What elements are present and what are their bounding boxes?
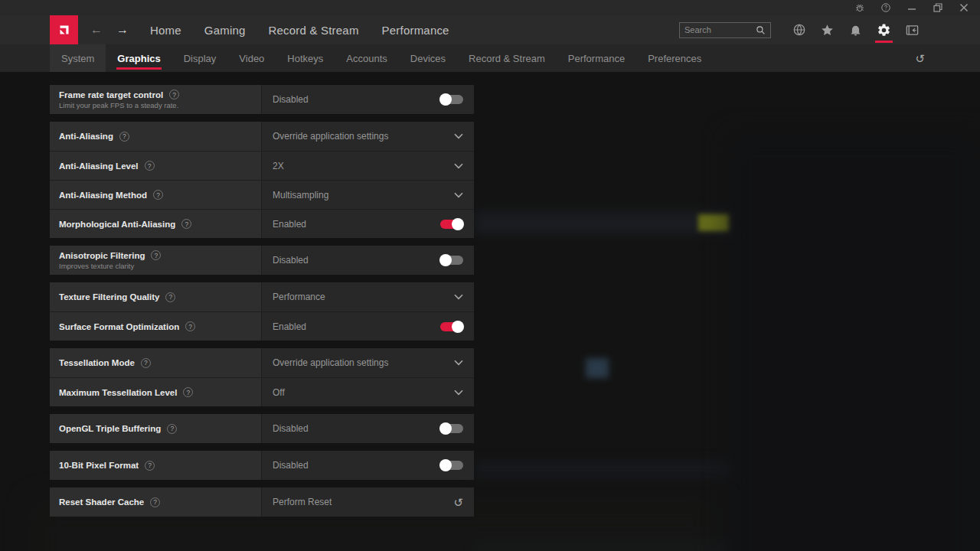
help-icon[interactable] (876, 1, 896, 15)
help-icon[interactable]: ? (169, 90, 179, 99)
setting-value-cell[interactable]: Perform Reset↺ (261, 487, 474, 517)
tab-graphics[interactable]: Graphics (106, 44, 172, 72)
setting-value: Override application settings (273, 131, 388, 142)
settings-subnav: SystemGraphicsDisplayVideoHotkeysAccount… (0, 44, 980, 72)
tab-performance[interactable]: Performance (557, 44, 636, 72)
globe-icon[interactable] (785, 15, 813, 44)
toggle-knob (439, 254, 452, 266)
tab-accounts[interactable]: Accounts (335, 44, 398, 72)
minimize-button[interactable] (902, 1, 922, 15)
back-arrow-icon[interactable]: ← (90, 24, 103, 36)
forward-arrow-icon[interactable]: → (116, 24, 129, 36)
tab-video[interactable]: Video (227, 44, 276, 72)
setting-label-cell: Anti-Aliasing Level? (50, 152, 261, 180)
setting-value-cell[interactable]: Performance (261, 282, 474, 311)
setting-value: Disabled (273, 423, 309, 434)
tab-devices[interactable]: Devices (399, 44, 457, 72)
setting-value-cell[interactable]: Disabled (261, 85, 474, 114)
toggle-switch[interactable] (440, 256, 463, 265)
setting-label: Anisotropic Filtering (59, 251, 145, 260)
tab-preferences[interactable]: Preferences (636, 44, 713, 72)
settings-group: OpenGL Triple Buffering?Disabled (50, 414, 474, 443)
gear-active-underline (875, 41, 893, 43)
help-icon[interactable]: ? (145, 161, 155, 171)
background-blob (698, 214, 729, 231)
setting-label-cell: Texture Filtering Quality? (50, 282, 261, 311)
help-icon[interactable]: ? (167, 424, 177, 434)
help-icon[interactable]: ? (153, 190, 163, 200)
settings-row-morphological-anti-aliasing: Morphological Anti-Aliasing?Enabled (50, 209, 474, 238)
settings-group: Anisotropic Filtering?Improves texture c… (50, 246, 474, 275)
amd-logo[interactable] (50, 15, 78, 44)
chevron-down-icon[interactable] (454, 192, 463, 198)
setting-value: Disabled (273, 94, 309, 105)
reset-all-icon[interactable]: ↺ (915, 44, 925, 72)
setting-label: Tessellation Mode (59, 358, 135, 367)
toggle-switch[interactable] (440, 220, 463, 229)
nav-link-home[interactable]: Home (150, 24, 181, 37)
chevron-down-icon[interactable] (454, 390, 463, 396)
toggle-switch[interactable] (440, 424, 463, 433)
setting-label-cell: OpenGL Triple Buffering? (50, 414, 261, 443)
setting-label: Maximum Tessellation Level (59, 388, 177, 397)
nav-link-record-stream[interactable]: Record & Stream (269, 24, 359, 37)
chevron-down-icon[interactable] (454, 360, 463, 366)
help-icon[interactable]: ? (119, 132, 129, 142)
setting-label: Anti-Aliasing (59, 132, 113, 141)
search-box[interactable] (679, 22, 771, 38)
setting-value-cell[interactable]: Enabled (261, 312, 474, 341)
help-icon[interactable]: ? (145, 461, 155, 471)
chevron-down-icon[interactable] (454, 294, 463, 300)
background-blob (475, 211, 732, 234)
gear-icon[interactable] (870, 15, 898, 44)
content-area: Frame rate target control?Limit your pea… (0, 72, 980, 551)
settings-group: Anti-Aliasing?Override application setti… (50, 122, 474, 238)
setting-value-cell[interactable]: Off (261, 378, 474, 406)
setting-value-cell[interactable]: Enabled (261, 210, 474, 238)
tab-system[interactable]: System (50, 44, 106, 72)
overlay-panel-icon[interactable] (898, 15, 926, 44)
settings-group: Reset Shader Cache?Perform Reset↺ (50, 487, 474, 517)
close-button[interactable] (954, 1, 974, 15)
bug-report-icon[interactable] (850, 1, 870, 15)
setting-value: 2X (273, 161, 284, 171)
setting-value: Enabled (273, 321, 306, 332)
help-icon[interactable]: ? (185, 321, 195, 331)
bell-icon[interactable] (841, 15, 870, 44)
help-icon[interactable]: ? (181, 219, 191, 229)
help-icon[interactable]: ? (141, 358, 151, 368)
nav-link-performance[interactable]: Performance (382, 24, 449, 37)
tab-display[interactable]: Display (172, 44, 228, 72)
settings-row-anti-aliasing-method: Anti-Aliasing Method?Multisampling (50, 180, 474, 209)
setting-value-cell[interactable]: 2X (261, 152, 474, 180)
setting-value-cell[interactable]: Multisampling (261, 181, 474, 209)
toggle-switch[interactable] (440, 95, 463, 104)
tab-record-stream[interactable]: Record & Stream (457, 44, 557, 72)
setting-value-cell[interactable]: Disabled (261, 246, 474, 275)
setting-value-cell[interactable]: Disabled (261, 451, 474, 480)
setting-value-cell[interactable]: Override application settings (261, 348, 474, 377)
setting-value-cell[interactable]: Disabled (261, 414, 474, 443)
toggle-switch[interactable] (440, 322, 463, 331)
toggle-switch[interactable] (440, 461, 463, 470)
help-icon[interactable]: ? (165, 292, 175, 302)
chevron-down-icon[interactable] (454, 163, 463, 169)
star-icon[interactable] (813, 15, 841, 44)
setting-label: Morphological Anti-Aliasing (59, 220, 175, 229)
setting-label: OpenGL Triple Buffering (59, 424, 161, 433)
settings-row-reset-shader-cache: Reset Shader Cache?Perform Reset↺ (50, 487, 474, 517)
setting-label-cell: Morphological Anti-Aliasing? (50, 210, 261, 238)
help-icon[interactable]: ? (183, 387, 193, 397)
help-icon[interactable]: ? (151, 250, 161, 260)
reset-icon[interactable]: ↺ (453, 497, 463, 508)
settings-group: 10-Bit Pixel Format?Disabled (50, 451, 474, 480)
setting-value-cell[interactable]: Override application settings (261, 122, 474, 151)
nav-link-gaming[interactable]: Gaming (204, 24, 246, 37)
chevron-down-icon[interactable] (454, 133, 463, 139)
setting-value: Perform Reset (273, 497, 332, 507)
search-input[interactable] (684, 25, 756, 34)
settings-row-anti-aliasing-level: Anti-Aliasing Level?2X (50, 151, 474, 180)
restore-button[interactable] (928, 1, 948, 15)
help-icon[interactable]: ? (150, 497, 160, 507)
tab-hotkeys[interactable]: Hotkeys (276, 44, 335, 72)
